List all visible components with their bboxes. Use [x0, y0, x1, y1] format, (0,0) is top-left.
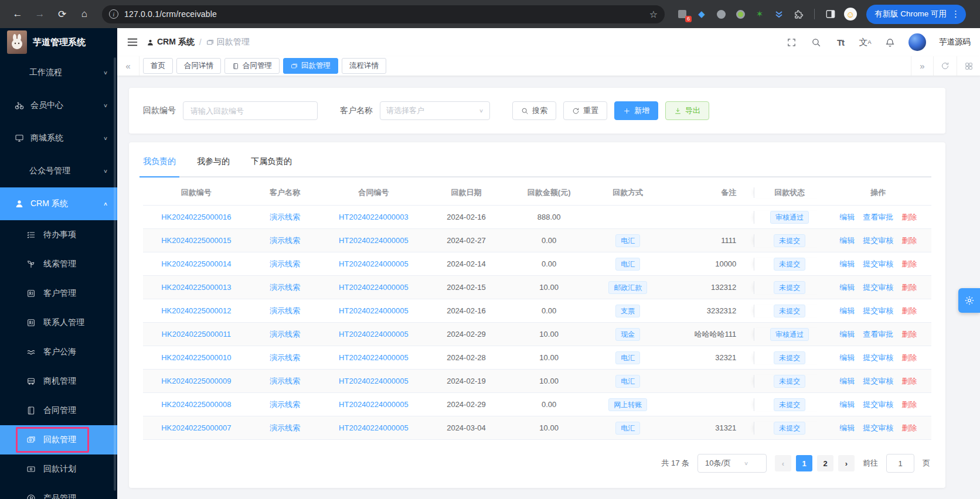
delete-action[interactable]: 删除: [901, 423, 917, 433]
tag-receivable-manage[interactable]: 回款管理: [283, 58, 338, 74]
forward-icon[interactable]: →: [30, 5, 49, 23]
contract-link[interactable]: HT20240224000005: [339, 377, 409, 385]
contract-link[interactable]: HT20240224000005: [339, 330, 409, 339]
bell-icon[interactable]: [884, 36, 896, 48]
tags-refresh-icon[interactable]: [933, 56, 957, 76]
edit-action[interactable]: 编辑: [839, 306, 855, 316]
delete-action[interactable]: 删除: [901, 306, 917, 316]
sidebar-scrollbar[interactable]: [114, 57, 116, 491]
contract-link[interactable]: HT20240224000005: [339, 353, 409, 362]
sidebar-item-contacts[interactable]: 联系人管理: [0, 308, 117, 337]
review-action[interactable]: 查看审批: [863, 212, 893, 223]
chrome-update-chip[interactable]: 有新版 Chrome 可用 ⋮: [866, 5, 966, 24]
profile-avatar-icon[interactable]: ☺: [844, 8, 857, 20]
username[interactable]: 芋道源码: [939, 37, 971, 47]
sidebar-item-mall[interactable]: 商城系统 ∨: [0, 122, 117, 155]
tags-scroll-right-icon[interactable]: »: [911, 56, 933, 76]
user-avatar[interactable]: [908, 33, 926, 51]
review-action[interactable]: 提交审核: [863, 306, 893, 316]
customer-link[interactable]: 演示线索: [270, 212, 300, 223]
search-icon[interactable]: [810, 36, 822, 48]
breadcrumb-root[interactable]: CRM 系统: [147, 37, 195, 47]
font-size-icon[interactable]: Tt: [835, 36, 846, 48]
extension-icon-3[interactable]: [715, 8, 727, 20]
receivable-no-input[interactable]: [183, 101, 318, 120]
sidebar-item-official-account[interactable]: 公众号管理 ∨: [0, 155, 117, 187]
export-button[interactable]: 导出: [665, 101, 709, 120]
sidebar-item-crm[interactable]: CRM 系统 ∧: [0, 187, 117, 220]
customer-link[interactable]: 演示线索: [270, 282, 300, 293]
edit-action[interactable]: 编辑: [839, 235, 855, 246]
translate-icon[interactable]: 文A: [859, 36, 871, 48]
back-icon[interactable]: ←: [8, 5, 27, 23]
contract-link[interactable]: HT20240224000005: [339, 259, 409, 268]
sidebar-item-receivable-plan[interactable]: 回款计划: [0, 454, 117, 484]
tag-contract-detail[interactable]: 合同详情: [176, 58, 221, 74]
contract-link[interactable]: HT20240224000005: [339, 400, 409, 409]
customer-link[interactable]: 演示线索: [270, 329, 300, 340]
edit-action[interactable]: 编辑: [839, 353, 855, 363]
edit-action[interactable]: 编辑: [839, 259, 855, 269]
edit-action[interactable]: 编辑: [839, 329, 855, 340]
receivable-no-link[interactable]: HK20240225000012: [161, 306, 231, 315]
extension-icon-6[interactable]: [773, 8, 785, 20]
fullscreen-icon[interactable]: [785, 36, 797, 48]
extensions-puzzle-icon[interactable]: [792, 8, 804, 20]
receivable-no-link[interactable]: HK20240225000016: [161, 213, 231, 221]
sidebar-item-contracts[interactable]: 合同管理: [0, 396, 117, 425]
contract-link[interactable]: HT20240224000005: [339, 236, 409, 245]
tags-scroll-left-icon[interactable]: «: [117, 56, 139, 76]
prev-page-icon[interactable]: ‹: [775, 455, 791, 471]
delete-action[interactable]: 删除: [901, 282, 917, 293]
review-action[interactable]: 查看审批: [863, 329, 893, 340]
sidebar-item-member-center[interactable]: 会员中心 ∨: [0, 89, 117, 122]
customer-select[interactable]: 请选择客户 ∨: [380, 101, 490, 120]
review-action[interactable]: 提交审核: [863, 399, 893, 410]
receivable-no-link[interactable]: HK20240225000009: [161, 377, 231, 385]
home-icon[interactable]: ⌂: [75, 5, 94, 23]
sidebar-item-receivables[interactable]: 回款管理: [0, 425, 117, 454]
reset-button[interactable]: 重置: [563, 101, 607, 120]
contract-link[interactable]: HT20240224000005: [339, 306, 409, 315]
page-button-1[interactable]: 1: [796, 455, 812, 471]
receivable-no-link[interactable]: HK20240225000015: [161, 236, 231, 245]
tab-my-responsible[interactable]: 我负责的: [143, 154, 176, 176]
delete-action[interactable]: 删除: [901, 353, 917, 363]
receivable-no-link[interactable]: HK20240225000008: [161, 400, 231, 409]
sidebar-item-workflow[interactable]: 工作流程 ∨: [0, 56, 117, 89]
search-button[interactable]: 搜索: [512, 101, 556, 120]
extension-icon-4[interactable]: [734, 8, 746, 20]
delete-action[interactable]: 删除: [901, 329, 917, 340]
extension-icon-1[interactable]: 6: [676, 8, 688, 20]
tag-process-detail[interactable]: 流程详情: [342, 58, 386, 74]
contract-link[interactable]: HT20240224000005: [339, 283, 409, 292]
sidebar-item-leads[interactable]: 线索管理: [0, 249, 117, 279]
edit-action[interactable]: 编辑: [839, 376, 855, 387]
receivable-no-link[interactable]: HK20240225000011: [162, 330, 231, 339]
menu-fold-icon[interactable]: [127, 36, 138, 48]
page-button-2[interactable]: 2: [817, 455, 833, 471]
extension-icon-2[interactable]: ◆: [696, 8, 707, 20]
side-panel-icon[interactable]: [825, 8, 836, 20]
review-action[interactable]: 提交审核: [863, 282, 893, 293]
customer-link[interactable]: 演示线索: [270, 353, 300, 363]
browser-menu-icon[interactable]: ⋮: [951, 9, 960, 19]
tab-my-participated[interactable]: 我参与的: [197, 154, 230, 176]
review-action[interactable]: 提交审核: [863, 423, 893, 433]
extension-icon-5[interactable]: ✶: [754, 8, 765, 20]
goto-page-input[interactable]: [886, 454, 914, 473]
delete-action[interactable]: 删除: [901, 399, 917, 410]
layout-grid-icon[interactable]: [957, 56, 980, 76]
site-info-icon[interactable]: i: [109, 9, 118, 19]
edit-action[interactable]: 编辑: [839, 212, 855, 223]
sidebar-item-opportunities[interactable]: 商机管理: [0, 367, 117, 396]
contract-link[interactable]: HT20240224000005: [339, 423, 409, 432]
delete-action[interactable]: 删除: [901, 259, 917, 269]
review-action[interactable]: 提交审核: [863, 259, 893, 269]
review-action[interactable]: 提交审核: [863, 353, 893, 363]
bookmark-star-icon[interactable]: ☆: [649, 9, 658, 20]
sidebar-item-customers[interactable]: 客户管理: [0, 279, 117, 308]
sidebar-item-products[interactable]: 产品管理: [0, 484, 117, 499]
tab-subordinate[interactable]: 下属负责的: [251, 154, 292, 176]
sidebar-item-public-pool[interactable]: 客户公海: [0, 337, 117, 367]
